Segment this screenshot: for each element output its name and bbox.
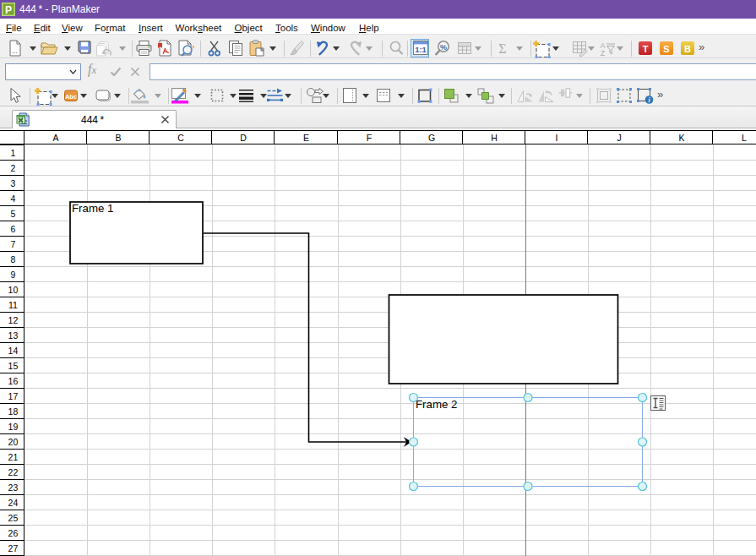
svg-text:20: 20 xyxy=(8,437,19,447)
svg-text:1: 1 xyxy=(10,148,15,158)
svg-text:14: 14 xyxy=(8,346,19,356)
svg-text:I: I xyxy=(556,133,558,143)
svg-text:...: ... xyxy=(12,47,18,55)
svg-text:5: 5 xyxy=(10,209,15,219)
svg-text:22: 22 xyxy=(8,467,19,477)
svg-text:D: D xyxy=(240,133,247,143)
svg-text:4: 4 xyxy=(10,194,15,204)
svg-text:12: 12 xyxy=(8,315,19,325)
svg-text:13: 13 xyxy=(8,330,19,341)
svg-text:B: B xyxy=(684,44,691,54)
svg-text:26: 26 xyxy=(8,528,19,538)
svg-text:Σ: Σ xyxy=(498,41,506,56)
svg-text:Abc: Abc xyxy=(65,93,77,101)
svg-text:27: 27 xyxy=(8,543,19,553)
svg-text:6: 6 xyxy=(10,224,15,234)
svg-text:E: E xyxy=(303,133,309,143)
svg-text:Z: Z xyxy=(601,49,606,57)
svg-text:3: 3 xyxy=(10,178,15,188)
svg-text:16: 16 xyxy=(8,376,19,386)
svg-text:2: 2 xyxy=(10,163,15,173)
svg-text:24: 24 xyxy=(8,498,19,508)
svg-text:%: % xyxy=(440,43,447,52)
svg-text:C: C xyxy=(177,133,184,143)
svg-text:S: S xyxy=(663,44,669,54)
svg-text:L: L xyxy=(742,133,747,143)
svg-text:Frame 1: Frame 1 xyxy=(72,202,114,215)
svg-text:H: H xyxy=(491,133,498,143)
svg-text:T: T xyxy=(643,44,649,54)
svg-text:F: F xyxy=(367,133,372,143)
svg-text:8: 8 xyxy=(10,254,15,264)
svg-text:17: 17 xyxy=(8,391,19,401)
svg-text:Frame 2: Frame 2 xyxy=(416,398,458,411)
svg-text:7: 7 xyxy=(10,239,15,249)
svg-text:23: 23 xyxy=(8,482,19,493)
svg-text:P: P xyxy=(5,4,12,16)
svg-text:K: K xyxy=(678,133,684,143)
svg-text:A: A xyxy=(600,41,605,50)
svg-text:1:1: 1:1 xyxy=(415,44,427,53)
svg-text:B: B xyxy=(115,133,121,143)
svg-text:A: A xyxy=(52,133,58,143)
svg-text:G: G xyxy=(428,133,435,143)
svg-text:15: 15 xyxy=(8,361,19,371)
svg-text:9: 9 xyxy=(10,270,15,280)
svg-text:10: 10 xyxy=(8,285,19,295)
svg-text:18: 18 xyxy=(8,406,19,417)
svg-text:25: 25 xyxy=(8,513,19,523)
svg-text:21: 21 xyxy=(8,452,19,462)
svg-text:11: 11 xyxy=(8,300,18,310)
svg-text:J: J xyxy=(617,133,621,143)
svg-text:19: 19 xyxy=(8,422,19,432)
